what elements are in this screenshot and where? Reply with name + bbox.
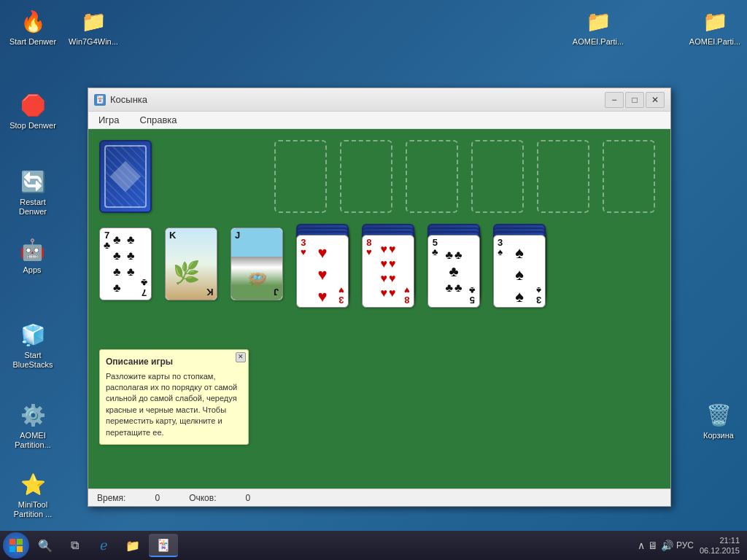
3s-center: ♠ ♠ ♠ — [515, 244, 524, 306]
explorer-button[interactable]: 📁 — [120, 534, 146, 557]
desktop-icon-bluestacks[interactable]: 🧊 Start BlueStacks — [4, 317, 62, 373]
apps-icon: 🤖 — [18, 235, 47, 264]
edge-button[interactable]: ℯ — [90, 534, 117, 557]
tableau-col3-card1[interactable]: J J 🪺 — [231, 228, 283, 300]
col6-card-5c[interactable]: 5 ♣ ♣ ♣ ♣ ♣ ♣ 5 ♣ — [427, 235, 480, 308]
stop-denwer-label: Stop Denwer — [9, 121, 56, 131]
window-title: Косынка — [110, 94, 605, 105]
8h-br: 8 ♥ — [404, 286, 410, 305]
solitaire-window: 🃏 Косынка − □ ✕ Игра Справка — [88, 88, 671, 507]
desktop-icon-restart-denwer[interactable]: 🔄 Restart Denwer — [4, 164, 62, 219]
description-text: Разложите карты по стопкам, располагая и… — [106, 371, 242, 438]
time-value: 0 — [155, 493, 160, 503]
apps-label: Apps — [23, 265, 41, 275]
menu-help[interactable]: Справка — [136, 113, 182, 127]
win7g4win-icon: 📁 — [79, 7, 108, 36]
foundation-slot-6[interactable] — [603, 140, 655, 213]
game-area: 7 ♣ ♣ ♣ ♣ ♣ ♣ ♣ ♣ 7 ♣ — [88, 129, 670, 489]
stop-denwer-icon: 🛑 — [18, 90, 47, 120]
desktop: 🔥 Start Denwer 📁 Win7G4Win... 📁 AOMEI.Pa… — [0, 0, 747, 560]
col5-card-8h[interactable]: 8 ♥ ♥ ♥ ♥ ♥ ♥ ♥ ♥ ♥ 8 ♥ — [362, 235, 414, 308]
5c-center: ♣ ♣ ♣ ♣ ♣ — [440, 240, 468, 303]
window-icon: 🃏 — [94, 94, 106, 106]
desktop-icon-win7g4win[interactable]: 📁 Win7G4Win... — [64, 4, 123, 50]
desktop-icon-recycle-bin[interactable]: 🗑️ Корзина — [689, 397, 747, 443]
description-close-button[interactable]: ✕ — [236, 352, 246, 362]
card-center-1: ♣ ♣ ♣ ♣ ♣ ♣ ♣ — [107, 226, 144, 302]
desktop-icon-aomei-partition[interactable]: ⚙️ AOMEI Partition... — [4, 397, 62, 453]
minimize-button[interactable]: − — [605, 92, 624, 108]
restart-denwer-label: Restart Denwer — [7, 198, 59, 217]
3s-br: 3 ♠ — [536, 286, 541, 305]
taskbar-solitaire-app[interactable]: 🃏 — [149, 534, 178, 557]
foundation-slot-5[interactable] — [537, 140, 589, 213]
score-label: Очков: — [189, 493, 216, 503]
recycle-bin-label: Корзина — [703, 431, 734, 440]
aomei2-label: AOMEI.Parti... — [689, 37, 740, 47]
desktop-icon-aomei1[interactable]: 📁 AOMEI.Parti... — [569, 4, 627, 50]
j-decoration: 🪺 — [247, 270, 267, 289]
foundation-slot-3[interactable] — [406, 140, 458, 213]
window-controls: − □ ✕ — [605, 92, 665, 108]
stock-pile[interactable] — [99, 140, 152, 213]
win7g4win-label: Win7G4Win... — [69, 37, 118, 47]
8h-tl: 8 ♥ — [366, 238, 372, 257]
solitaire-taskbar-icon: 🃏 — [156, 538, 171, 552]
col7-card-3s[interactable]: 3 ♠ ♠ ♠ ♠ 3 ♠ — [493, 235, 546, 308]
card-br-1: 7 ♣ — [141, 278, 147, 298]
aomei1-label: AOMEI.Parti... — [573, 37, 624, 47]
desktop-icon-stop-denwer[interactable]: 🛑 Stop Denwer — [4, 88, 62, 133]
svg-rect-2 — [9, 546, 15, 552]
restart-denwer-icon: 🔄 — [18, 167, 47, 196]
minitool-icon: ⭐ — [18, 470, 47, 499]
search-icon: 🔍 — [38, 539, 53, 553]
maximize-button[interactable]: □ — [625, 92, 644, 108]
col4-card-3h[interactable]: 3 ♥ ♥ ♥ ♥ 3 ♥ — [296, 235, 349, 308]
network-icon[interactable]: 🖥 — [648, 540, 658, 551]
windows-logo-icon — [9, 538, 23, 553]
language-indicator[interactable]: РУС — [676, 540, 694, 551]
tableau-col1-card1[interactable]: 7 ♣ ♣ ♣ ♣ ♣ ♣ ♣ ♣ 7 ♣ — [99, 228, 152, 300]
chevron-up-icon[interactable]: ∧ — [638, 540, 645, 551]
task-view-button[interactable]: ⧉ — [61, 534, 88, 557]
desktop-icon-minitool[interactable]: ⭐ MiniTool Partition ... — [4, 467, 62, 522]
aomei-partition-icon: ⚙️ — [18, 400, 47, 429]
desktop-icon-apps[interactable]: 🤖 Apps — [3, 232, 61, 278]
svg-rect-3 — [17, 546, 23, 552]
3h-center: ♥ ♥ ♥ — [317, 244, 327, 306]
start-button[interactable] — [3, 532, 29, 559]
tray-time-display: 21:11 — [719, 535, 740, 545]
foundation-slot-1[interactable] — [274, 140, 327, 213]
game-description: ✕ Описание игры Разложите карты по стопк… — [99, 349, 249, 445]
menu-game[interactable]: Игра — [94, 113, 124, 127]
tableau-col2-card1[interactable]: K K 🌿 — [165, 228, 217, 300]
desktop-icon-aomei2[interactable]: 📁 AOMEI.Parti... — [686, 4, 744, 50]
foundation-slot-2[interactable] — [340, 140, 392, 213]
aomei-partition-label: AOMEI Partition... — [7, 431, 59, 450]
edge-icon: ℯ — [100, 537, 108, 553]
start-denwer-label: Start Denwer — [9, 37, 56, 47]
foundation-slot-4[interactable] — [471, 140, 524, 213]
svg-rect-0 — [9, 539, 15, 545]
tray-clock[interactable]: 21:11 06.12.2015 — [700, 535, 740, 556]
tray-date-display: 06.12.2015 — [700, 545, 740, 556]
volume-icon[interactable]: 🔊 — [661, 540, 673, 551]
close-button[interactable]: ✕ — [646, 92, 665, 108]
explorer-icon: 📁 — [125, 539, 140, 553]
card-tl-1: 7 ♣ — [104, 230, 110, 250]
k-tl: K — [169, 230, 176, 240]
recycle-bin-icon: 🗑️ — [704, 400, 733, 429]
bluestacks-label: Start BlueStacks — [7, 351, 59, 370]
stock-card-diamond — [110, 161, 141, 192]
3h-tl: 3 ♥ — [301, 238, 306, 257]
status-bar: Время: 0 Очков: 0 — [88, 489, 670, 506]
desktop-icon-start-denwer[interactable]: 🔥 Start Denwer — [4, 4, 62, 50]
window-menubar: Игра Справка — [88, 112, 670, 129]
search-button[interactable]: 🔍 — [32, 534, 58, 557]
k-decoration: 🌿 — [173, 260, 200, 285]
window-titlebar: 🃏 Косынка − □ ✕ — [88, 88, 670, 112]
aomei2-icon: 📁 — [700, 7, 729, 36]
aomei1-icon: 📁 — [584, 7, 613, 36]
5c-br: 5 ♣ — [469, 286, 476, 305]
description-title: Описание игры — [106, 356, 242, 368]
